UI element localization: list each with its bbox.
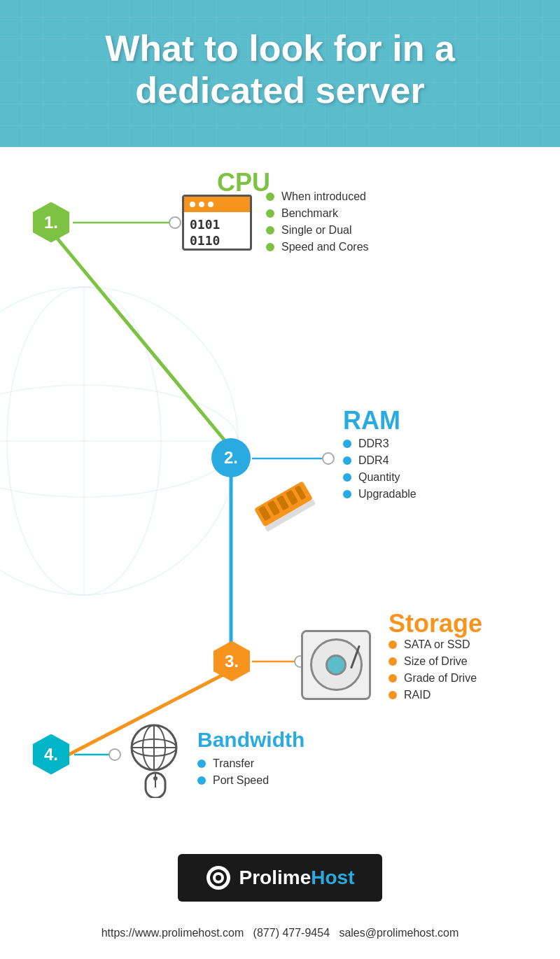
- badge-4: 4.: [31, 734, 71, 775]
- logo-text: ProlimeProlimeHostHost: [239, 867, 355, 889]
- connector-dot-1: [169, 216, 181, 229]
- svg-point-29: [216, 875, 221, 881]
- cpu-icon: 01010110: [182, 195, 252, 251]
- connector-dot-2: [322, 452, 335, 465]
- svg-point-26: [153, 776, 158, 780]
- header-title: What to look for in a dedicated server: [42, 28, 518, 112]
- storage-section-title: Storage: [388, 609, 482, 638]
- bandwidth-icon: [126, 721, 189, 801]
- logo-box: ProlimeProlimeHostHost: [178, 854, 383, 902]
- header-section: What to look for in a dedicated server: [0, 0, 560, 147]
- ram-section-title: RAM: [343, 406, 400, 435]
- main-content: 1. CPU 01010110 When introduced Benchmar…: [0, 147, 560, 833]
- footer-contact: https://www.prolimehost.com (877) 477-94…: [0, 916, 560, 959]
- svg-point-0: [0, 287, 238, 595]
- bandwidth-bullets: Transfer Port Speed: [197, 757, 269, 791]
- contact-phone: (877) 477-9454: [253, 927, 330, 939]
- badge-1: 1.: [31, 202, 71, 243]
- bandwidth-section-title: Bandwidth: [197, 728, 304, 752]
- ram-bullets: DDR3 DDR4 Quantity Upgradable: [343, 438, 416, 505]
- badge-3: 3.: [211, 641, 252, 682]
- hdd-icon: [301, 630, 371, 700]
- ram-icon: [252, 483, 315, 525]
- cpu-section-title: CPU: [217, 168, 270, 197]
- positioned-overlay: 1. CPU 01010110 When introduced Benchmar…: [0, 147, 560, 833]
- cpu-bullets: When introduced Benchmark Single or Dual…: [266, 190, 369, 258]
- svg-point-1: [7, 287, 161, 595]
- connector-dot-4: [108, 748, 121, 761]
- prolimehost-logo-icon: [206, 865, 231, 890]
- contact-url: https://www.prolimehost.com: [102, 927, 244, 939]
- svg-point-2: [0, 385, 238, 497]
- storage-bullets: SATA or SSD Size of Drive Grade of Drive…: [388, 638, 477, 706]
- svg-line-5: [51, 231, 231, 448]
- footer-logo-section: ProlimeProlimeHostHost: [0, 833, 560, 916]
- badge-2: 2.: [211, 438, 251, 477]
- contact-email: sales@prolimehost.com: [339, 927, 458, 939]
